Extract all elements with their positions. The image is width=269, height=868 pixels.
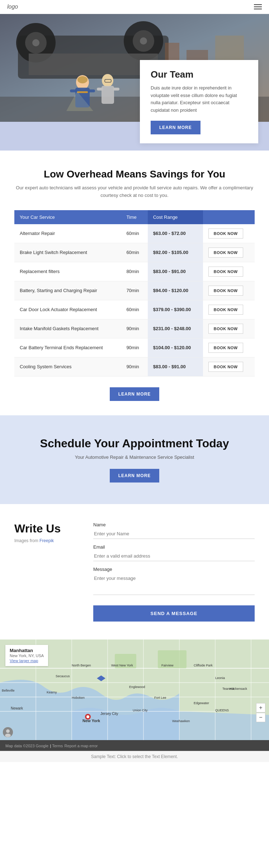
freepik-link[interactable]: Freepik <box>39 538 54 543</box>
service-book-cell: BOOK NOW <box>203 319 255 338</box>
svg-text:Hackensack: Hackensack <box>230 687 247 691</box>
service-name: Alternator Repair <box>14 224 121 243</box>
appointment-learn-more-button[interactable]: LEARN MORE <box>110 469 160 483</box>
savings-learn-more-button[interactable]: LEARN MORE <box>110 387 160 401</box>
svg-point-67 <box>5 734 11 737</box>
svg-point-15 <box>102 74 113 87</box>
svg-text:QUEENS: QUEENS <box>215 708 229 712</box>
book-now-button[interactable]: BOOK NOW <box>208 362 243 372</box>
zoom-out-button[interactable]: − <box>256 713 265 722</box>
service-name: Cooling System Services <box>14 357 121 376</box>
view-larger-map-link[interactable]: View larger map <box>10 659 38 663</box>
zoom-in-button[interactable]: + <box>256 703 265 712</box>
book-now-button[interactable]: BOOK NOW <box>208 343 243 353</box>
table-row: Car Door Lock Actuator Replacement 60min… <box>14 300 255 319</box>
service-book-cell: BOOK NOW <box>203 300 255 319</box>
hamburger-menu[interactable] <box>254 4 262 9</box>
svg-text:Englewood: Englewood <box>129 685 145 689</box>
service-book-cell: BOOK NOW <box>203 338 255 357</box>
savings-learn-more-container: LEARN MORE <box>14 387 255 401</box>
svg-text:Hoboken: Hoboken <box>72 696 85 700</box>
service-book-cell: BOOK NOW <box>203 243 255 262</box>
svg-text:Edgewater: Edgewater <box>194 701 209 705</box>
svg-rect-16 <box>102 86 114 104</box>
service-time: 90min <box>121 319 147 338</box>
map-address: New York, NY, USA <box>10 654 44 658</box>
svg-point-63 <box>86 715 89 718</box>
map-avatar <box>3 727 13 737</box>
email-label: Email <box>93 544 255 550</box>
contact-form: Name Email Message SEND A MESSAGE <box>93 522 255 622</box>
service-time: 90min <box>121 338 147 357</box>
savings-title: Low Overhead Means Savings for You <box>14 168 255 180</box>
map-footer-report: Report a map error <box>65 744 98 748</box>
service-time: 60min <box>121 243 147 262</box>
hero-description: Duis aute irure dolor in reprehenderit i… <box>151 84 247 114</box>
svg-text:Fort Lee: Fort Lee <box>154 696 166 700</box>
table-row: Car Battery Terminal Ends Replacement 90… <box>14 338 255 357</box>
book-now-button[interactable]: BOOK NOW <box>208 305 243 315</box>
hamburger-line-3 <box>254 9 262 9</box>
name-field-group: Name <box>93 522 255 539</box>
appointment-section: Schedule Your Appointment Today Your Aut… <box>0 415 269 504</box>
map-section: New York Newark Secaucus Kearny Bellevil… <box>0 640 269 740</box>
map-report-link[interactable]: Terms <box>52 744 63 748</box>
col-header-action <box>203 210 255 224</box>
service-time: 60min <box>121 224 147 243</box>
logo: logo <box>7 4 18 10</box>
service-book-cell: BOOK NOW <box>203 262 255 281</box>
message-textarea[interactable] <box>93 573 255 595</box>
service-name: Brake Light Switch Replacement <box>14 243 121 262</box>
table-row: Cooling System Services 90min $83.00 - $… <box>14 357 255 376</box>
email-input[interactable] <box>93 551 255 561</box>
book-now-button[interactable]: BOOK NOW <box>208 267 243 277</box>
map-controls: + − <box>256 703 265 722</box>
svg-point-8 <box>140 37 147 45</box>
write-us-section: Write Us Images from Freepik Name Email … <box>0 504 269 640</box>
table-row: Brake Light Switch Replacement 60min $92… <box>14 243 255 262</box>
hero-title: Our Team <box>151 69 247 80</box>
hero-section: Our Team Duis aute irure dolor in repreh… <box>0 14 269 151</box>
book-now-button[interactable]: BOOK NOW <box>208 248 243 258</box>
svg-text:New York: New York <box>82 719 100 723</box>
service-time: 60min <box>121 300 147 319</box>
send-message-button[interactable]: SEND A MESSAGE <box>93 605 255 622</box>
name-label: Name <box>93 522 255 527</box>
write-us-left: Write Us Images from Freepik <box>14 522 79 622</box>
table-row: Alternator Repair 60min $63.00 - $72.00 … <box>14 224 255 243</box>
map-footer: Map data ©2023 Google | Terms Report a m… <box>0 740 269 751</box>
service-name: Car Battery Terminal Ends Replacement <box>14 338 121 357</box>
table-row: Replacement filters 80min $83.00 - $91.0… <box>14 262 255 281</box>
name-input[interactable] <box>93 529 255 539</box>
service-cost: $231.00 - $248.00 <box>148 319 203 338</box>
svg-text:Union City: Union City <box>133 708 148 712</box>
bottom-bar: Sample Text: Click to select the Text El… <box>0 751 269 762</box>
col-header-service: Your Car Service <box>14 210 121 224</box>
hero-learn-more-button[interactable]: LEARN MORE <box>151 121 200 134</box>
svg-text:Weehawken: Weehawken <box>172 719 190 723</box>
col-header-cost: Cost Range <box>148 210 203 224</box>
service-cost: $94.00 - $120.00 <box>148 281 203 300</box>
book-now-button[interactable]: BOOK NOW <box>208 286 243 296</box>
service-table: Your Car Service Time Cost Range Alterna… <box>14 210 255 377</box>
svg-text:Fairview: Fairview <box>161 664 174 667</box>
service-book-cell: BOOK NOW <box>203 224 255 243</box>
map-terms-link[interactable]: Map data ©2023 Google <box>5 744 48 748</box>
service-time: 90min <box>121 357 147 376</box>
service-name: Battery, Starting and Charging Repair <box>14 281 121 300</box>
header: logo <box>0 0 269 14</box>
table-row: Intake Manifold Gaskets Replacement 90mi… <box>14 319 255 338</box>
service-cost: $63.00 - $72.00 <box>148 224 203 243</box>
service-cost: $83.00 - $91.00 <box>148 262 203 281</box>
svg-text:Belleville: Belleville <box>2 689 15 692</box>
book-now-button[interactable]: BOOK NOW <box>208 228 243 239</box>
map-background: New York Newark Secaucus Kearny Bellevil… <box>0 640 269 740</box>
map-location-label: Manhattan New York, NY, USA View larger … <box>5 645 48 666</box>
book-now-button[interactable]: BOOK NOW <box>208 324 243 334</box>
write-us-title: Write Us <box>14 522 79 535</box>
svg-rect-12 <box>70 89 77 92</box>
service-book-cell: BOOK NOW <box>203 357 255 376</box>
message-field-group: Message <box>93 567 255 596</box>
service-name: Replacement filters <box>14 262 121 281</box>
map-footer-left: Map data ©2023 Google | Terms Report a m… <box>5 742 98 749</box>
